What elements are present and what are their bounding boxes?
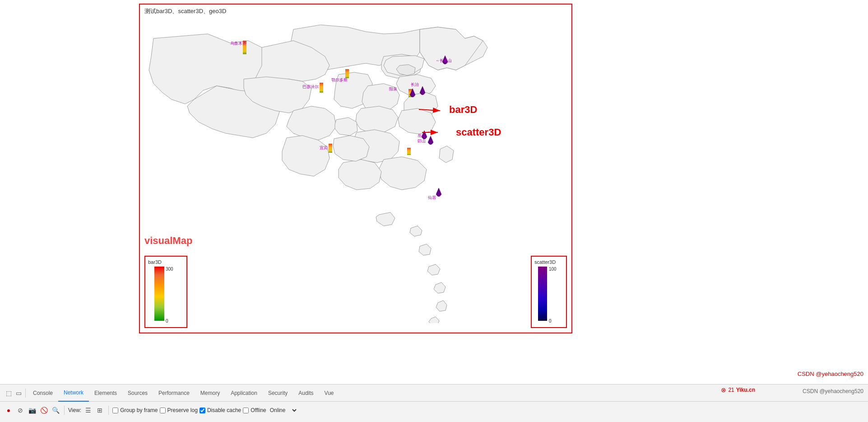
tab-application[interactable]: Application — [225, 384, 263, 402]
legend-bar3d-min: 0 — [166, 319, 168, 324]
tab-network[interactable]: Network — [58, 384, 89, 402]
devtools-bar: ⬚ ▭ Console Network Elements Sources Per… — [0, 384, 868, 422]
china-map: 乌鲁木齐 鄂尔多斯 巴彦淖尔 ～长春山 长治 阳泉 宜宾 岳山 邵山 仙居 — [140, 16, 571, 323]
svg-rect-4 — [329, 144, 332, 153]
record-button[interactable]: ● — [4, 405, 14, 415]
legend-bar3d: bar3D 300 0 — [144, 256, 187, 328]
disable-cache-text: Disable cache — [207, 407, 241, 413]
tabs-row: ⬚ ▭ Console Network Elements Sources Per… — [0, 384, 868, 402]
preserve-log-checkbox[interactable] — [160, 408, 166, 413]
stop-button[interactable]: ⊘ — [15, 405, 25, 415]
group-by-frame-checkbox[interactable] — [112, 408, 118, 413]
offline-checkbox[interactable] — [243, 408, 249, 413]
bottom-brand: CSDN @yehaocheng520 — [803, 388, 863, 394]
divider-2 — [64, 406, 65, 415]
legend-scatter3d-max: 100 — [549, 267, 557, 272]
legend-scatter3d: scatter3D 100 0 — [531, 256, 567, 328]
preserve-log-label[interactable]: Preserve log — [160, 407, 198, 413]
svg-text:邵山: 邵山 — [418, 139, 426, 143]
view-list-button[interactable]: ☰ — [83, 405, 93, 415]
svg-rect-2 — [320, 83, 323, 93]
preserve-log-text: Preserve log — [167, 407, 198, 413]
legend-bar3d-title: bar3D — [148, 259, 184, 265]
tab-security[interactable]: Security — [263, 384, 293, 402]
annotation-scatter3d: scatter3D — [456, 127, 501, 138]
legend-scatter3d-min: 0 — [549, 319, 552, 324]
online-select[interactable]: Online Offline Fast 3G Slow 3G — [268, 407, 298, 414]
map-title: 测试bar3D、scatter3D、geo3D — [144, 7, 226, 15]
offline-label[interactable]: Offline — [243, 407, 266, 413]
tab-vue[interactable]: Vue — [319, 384, 339, 402]
svg-text:～长春山: ～长春山 — [436, 58, 452, 63]
bar3d-gradient — [154, 267, 164, 321]
map-container: 测试bar3D、scatter3D、geo3D — [139, 4, 572, 333]
error-badge: ⊗ 21 Yiku.cn — [721, 386, 755, 394]
legend-bar3d-max: 300 — [166, 267, 173, 272]
divider-3 — [108, 406, 109, 415]
legend-scatter3d-title: scatter3D — [534, 259, 563, 265]
svg-text:岳山: 岳山 — [418, 133, 426, 138]
tab-performance[interactable]: Performance — [153, 384, 195, 402]
svg-rect-5 — [407, 148, 411, 155]
view-grid-button[interactable]: ⊞ — [95, 405, 105, 415]
filter-button[interactable]: 🔍 — [51, 405, 60, 415]
error-count: 21 — [728, 387, 734, 393]
tab-memory[interactable]: Memory — [195, 384, 225, 402]
tab-sources[interactable]: Sources — [122, 384, 153, 402]
disable-cache-label[interactable]: Disable cache — [200, 407, 241, 413]
group-by-frame-label[interactable]: Group by frame — [112, 407, 158, 413]
clear-button[interactable]: 🚫 — [39, 405, 49, 415]
svg-text:鄂尔多斯: 鄂尔多斯 — [331, 78, 348, 82]
svg-text:仙居: 仙居 — [428, 195, 436, 200]
screenshot-button[interactable]: 📷 — [27, 405, 37, 415]
group-by-frame-text: Group by frame — [120, 407, 158, 413]
csdn-brand: CSDN @yehaocheng520 — [798, 370, 863, 377]
brand-text: Yiku.cn — [736, 387, 755, 393]
tab-audits[interactable]: Audits — [293, 384, 319, 402]
controls-row: ● ⊘ 📷 🚫 🔍 View: ☰ ⊞ Group by frame Prese… — [0, 402, 868, 419]
annotation-bar3d: bar3D — [449, 104, 477, 116]
offline-text: Offline — [251, 407, 266, 413]
annotation-visualmap: visualMap — [144, 235, 192, 247]
disable-cache-checkbox[interactable] — [200, 408, 205, 413]
svg-text:长治: 长治 — [411, 82, 419, 87]
view-label: View: — [68, 407, 81, 413]
svg-rect-1 — [345, 69, 349, 78]
main-content: 测试bar3D、scatter3D、geo3D — [0, 0, 868, 384]
svg-text:乌鲁木齐: 乌鲁木齐 — [230, 41, 246, 46]
tab-console[interactable]: Console — [28, 384, 58, 402]
tab-elements[interactable]: Elements — [89, 384, 122, 402]
device-icon[interactable]: ▭ — [14, 388, 23, 398]
svg-text:巴彦淖尔: 巴彦淖尔 — [302, 84, 319, 89]
divider-1 — [25, 389, 26, 398]
scatter3d-gradient — [538, 267, 547, 321]
inspect-icon[interactable]: ⬚ — [4, 388, 14, 398]
svg-text:阳泉: 阳泉 — [389, 87, 397, 91]
svg-text:宜宾: 宜宾 — [320, 145, 328, 150]
